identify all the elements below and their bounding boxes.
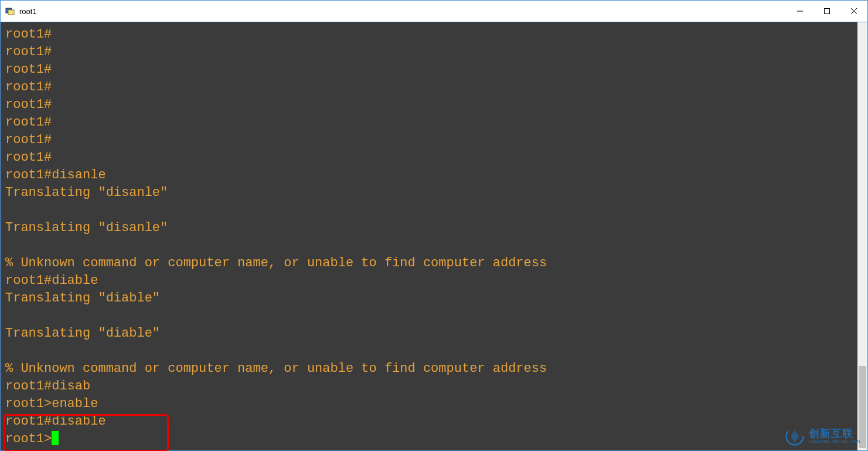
scroll-thumb[interactable] bbox=[859, 366, 866, 448]
window-controls bbox=[787, 1, 867, 22]
maximize-button[interactable] bbox=[813, 1, 840, 22]
terminal-line: root1>enable bbox=[5, 395, 855, 413]
terminal-line: root1# bbox=[5, 26, 855, 43]
terminal-line bbox=[5, 202, 855, 219]
svg-rect-1 bbox=[8, 10, 14, 15]
app-window: root1 root1#root1#root1#root1#root1#root… bbox=[0, 0, 868, 451]
titlebar[interactable]: root1 bbox=[1, 1, 867, 22]
scrollbar-vertical[interactable] bbox=[857, 22, 867, 450]
terminal-line bbox=[5, 237, 855, 255]
terminal-line: % Unknown command or computer name, or u… bbox=[5, 255, 855, 272]
terminal-container: root1#root1#root1#root1#root1#root1#root… bbox=[1, 22, 867, 450]
terminal-line: root1#disable bbox=[5, 413, 855, 430]
terminal-line: root1# bbox=[5, 131, 855, 149]
terminal[interactable]: root1#root1#root1#root1#root1#root1#root… bbox=[1, 22, 857, 450]
close-button[interactable] bbox=[840, 1, 867, 22]
terminal-line: % Unknown command or computer name, or u… bbox=[5, 360, 855, 378]
terminal-cursor bbox=[52, 431, 59, 445]
window-title: root1 bbox=[19, 7, 787, 16]
terminal-line: root1# bbox=[5, 61, 855, 79]
terminal-line: Translating "diable" bbox=[5, 290, 855, 307]
minimize-button[interactable] bbox=[787, 1, 813, 22]
putty-icon bbox=[5, 6, 15, 16]
terminal-line: root1#diable bbox=[5, 272, 855, 290]
terminal-line: root1#disab bbox=[5, 378, 855, 395]
terminal-line: root1# bbox=[5, 114, 855, 131]
scroll-track[interactable] bbox=[857, 22, 867, 450]
terminal-line: root1# bbox=[5, 96, 855, 114]
terminal-line: Translating "diable" bbox=[5, 325, 855, 343]
terminal-line: root1# bbox=[5, 149, 855, 167]
terminal-line bbox=[5, 307, 855, 325]
terminal-line: root1#disanle bbox=[5, 167, 855, 184]
terminal-line bbox=[5, 343, 855, 360]
terminal-line: root1# bbox=[5, 79, 855, 96]
terminal-line: root1# bbox=[5, 43, 855, 61]
svg-rect-3 bbox=[825, 9, 830, 14]
terminal-line: Translating "disanle" bbox=[5, 219, 855, 237]
terminal-line: Translating "disanle" bbox=[5, 184, 855, 202]
terminal-line: root1> bbox=[5, 430, 855, 448]
